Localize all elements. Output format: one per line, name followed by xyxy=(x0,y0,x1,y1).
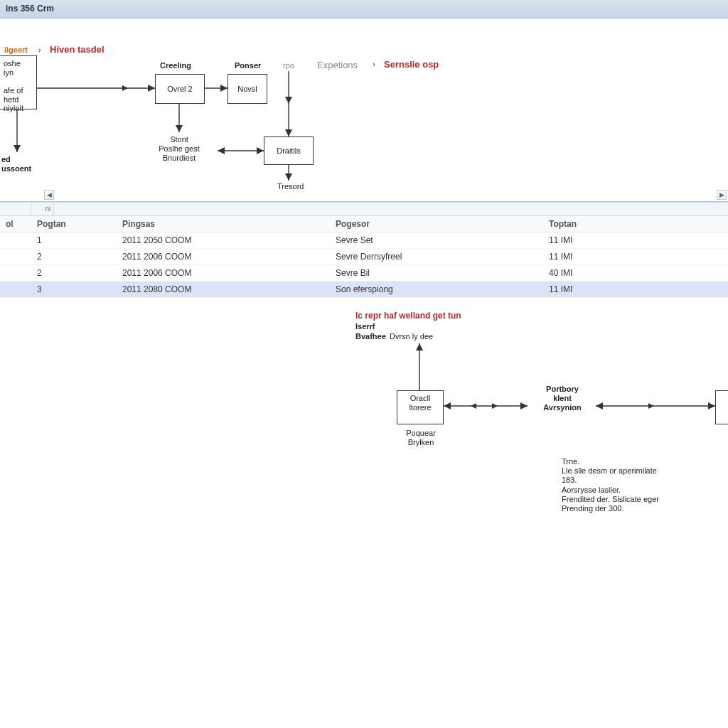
svg-marker-18 xyxy=(416,343,423,350)
breadcrumb-sep: › xyxy=(38,46,41,55)
label-oval2-below: Stont Poslhe gest Bnurdiest xyxy=(136,135,222,164)
node-oval2[interactable]: Ovrel 2 xyxy=(155,74,205,104)
svg-marker-22 xyxy=(492,403,498,409)
diagram-scroll-right-icon[interactable]: ▶ xyxy=(717,190,727,200)
table-cell: Son eferspiong xyxy=(330,282,543,297)
node-novsl[interactable]: Novsl xyxy=(228,74,267,104)
table-cell xyxy=(0,249,31,264)
table-cell: 40 IMI xyxy=(543,265,700,281)
grid-header-col4[interactable]: Toptan xyxy=(543,216,700,232)
table-cell: Sevre Bil xyxy=(330,265,543,281)
table-cell: 11 IMI xyxy=(543,249,700,264)
svg-marker-11 xyxy=(257,147,264,154)
diagram-scroll-left-icon[interactable]: ◀ xyxy=(44,190,54,200)
node-left-partial[interactable]: oshe iyn afe of hetd niyinit xyxy=(0,55,37,109)
window-titlebar: ins 356 Crm xyxy=(0,0,728,18)
label-warning-sub2: Dvrsn ly dee xyxy=(390,332,433,341)
table-cell: 11 IMI xyxy=(543,232,700,248)
table-cell: 2011 2050 COOM xyxy=(117,232,330,248)
label-warning: Ic repr haf welland get tun xyxy=(355,311,461,321)
label-disable-below: Tresord xyxy=(277,182,304,191)
label-warning-sub1: Iserrf xyxy=(355,322,375,331)
lower-diagram-area: Ic repr haf welland get tun Iserrf Bvafh… xyxy=(0,298,728,596)
label-info-block: Trne. Lle slle desm or aperimilate 183. … xyxy=(562,457,725,513)
svg-marker-6 xyxy=(176,125,183,132)
breadcrumb-current: Hiven tasdel xyxy=(50,44,105,55)
grid-header-col2[interactable]: Pingsas xyxy=(117,216,330,232)
svg-marker-20 xyxy=(520,402,528,410)
label-expetions: Expetions xyxy=(317,60,358,71)
grid-header-col1[interactable]: Pogtan xyxy=(31,216,117,232)
breadcrumb-link[interactable]: ilgeert xyxy=(4,46,28,55)
svg-marker-16 xyxy=(14,145,21,152)
label-expetions-target: Sernslie osp xyxy=(384,59,439,70)
label-creeling: Creeling xyxy=(160,61,191,70)
grid-header-col3[interactable]: Pogesor xyxy=(330,216,543,232)
table-cell xyxy=(0,265,31,281)
grid-ruler: ni xyxy=(0,202,728,216)
grid-ruler-ni: ni xyxy=(31,203,54,215)
grid-header-col0[interactable]: ol xyxy=(0,216,31,232)
table-cell: 2 xyxy=(31,249,117,264)
table-cell: 3 xyxy=(31,282,117,297)
svg-marker-27 xyxy=(648,403,654,409)
svg-marker-1 xyxy=(148,85,155,92)
table-cell: 1 xyxy=(31,232,117,248)
svg-marker-21 xyxy=(444,402,451,410)
top-diagram-area: ilgeert › Hiven tasdel oshe iyn afe of h… xyxy=(0,18,728,202)
node-ovacl[interactable]: Oracll ltorere xyxy=(397,390,444,424)
grid-ruler-rest xyxy=(54,203,728,215)
svg-marker-8 xyxy=(285,129,292,136)
node-right-partial[interactable] xyxy=(715,390,728,424)
svg-marker-23 xyxy=(471,403,476,409)
svg-marker-26 xyxy=(596,402,603,410)
svg-marker-2 xyxy=(122,85,128,91)
table-cell: Sevre Set xyxy=(330,232,543,248)
table-cell: Sevre Derrsyfreel xyxy=(330,249,543,264)
label-ponser: Ponser xyxy=(235,61,261,70)
table-row[interactable]: 32011 2080 COOMSon eferspiong11 IMI xyxy=(0,282,728,298)
top-diagram-connectors xyxy=(0,18,728,201)
table-cell: 2011 2006 COOM xyxy=(117,249,330,264)
table-row[interactable]: 22011 2006 COOMSevre Bil40 IMI xyxy=(0,265,728,282)
svg-marker-14 xyxy=(285,173,292,181)
table-cell: 2 xyxy=(31,265,117,281)
table-cell: 2011 2080 COOM xyxy=(117,282,330,297)
table-row[interactable]: 12011 2050 COOMSevre Set11 IMI xyxy=(0,232,728,249)
label-ovacl-below: Poquear Brylken xyxy=(401,429,441,447)
table-row[interactable]: 22011 2006 COOMSevre Derrsyfreel11 IMI xyxy=(0,249,728,265)
node-disable[interactable]: Draitils xyxy=(264,136,314,165)
data-grid[interactable]: ol Pogtan Pingsas Pogesor Toptan 12011 2… xyxy=(0,216,728,298)
table-cell: 2011 2006 COOM xyxy=(117,265,330,281)
label-warning-sub2b: Bvafhee xyxy=(355,332,386,341)
table-cell xyxy=(0,282,31,297)
table-cell: 11 IMI xyxy=(543,282,700,297)
window-title: ins 356 Crm xyxy=(6,4,54,14)
table-cell xyxy=(0,232,31,248)
svg-marker-4 xyxy=(220,85,228,92)
label-portbory: Portbory klent Avrsynion xyxy=(530,385,594,413)
svg-marker-9 xyxy=(285,97,292,104)
label-left-below: ed ussoent xyxy=(1,155,31,173)
grid-header-row: ol Pogtan Pingsas Pogesor Toptan xyxy=(0,216,728,232)
expetions-sep: › xyxy=(373,60,375,69)
grid-ruler-cell xyxy=(0,203,31,215)
svg-marker-25 xyxy=(708,402,715,410)
label-rpa: rpa xyxy=(283,61,294,70)
lower-diagram-connectors xyxy=(0,298,728,596)
